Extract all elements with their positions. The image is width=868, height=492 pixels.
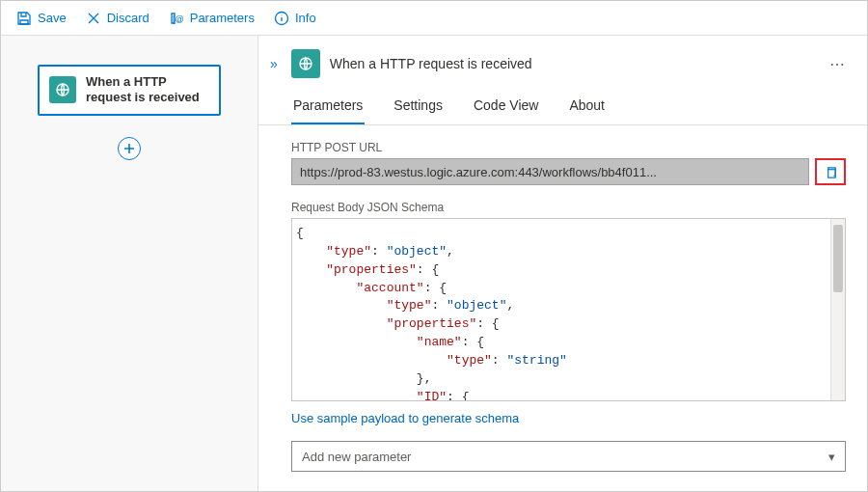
- save-icon: [16, 11, 32, 26]
- save-button[interactable]: Save: [9, 7, 74, 30]
- http-post-url-label: HTTP POST URL: [291, 141, 846, 154]
- details-title: When a HTTP request is received: [330, 56, 816, 71]
- tab-about[interactable]: About: [567, 97, 607, 124]
- schema-textarea[interactable]: { "type": "object", "properties": { "acc…: [291, 218, 846, 401]
- tab-code-view[interactable]: Code View: [472, 97, 540, 124]
- details-body: HTTP POST URL Request Body JSON Schema {…: [258, 125, 867, 491]
- trigger-card[interactable]: When a HTTP request is received: [38, 65, 221, 116]
- tabs: Parameters Settings Code View About: [258, 78, 867, 125]
- discard-button[interactable]: Discard: [78, 7, 157, 30]
- details-panel: » When a HTTP request is received ⋯ Para…: [258, 36, 867, 491]
- info-icon: [274, 11, 289, 26]
- scrollbar[interactable]: [830, 219, 845, 400]
- scrollbar-thumb[interactable]: [833, 225, 843, 292]
- parameters-label: Parameters: [190, 11, 255, 25]
- copy-url-button[interactable]: [815, 158, 846, 185]
- parameters-icon: [@]: [169, 11, 184, 26]
- http-post-url-input[interactable]: [291, 158, 809, 185]
- info-label: Info: [295, 11, 316, 25]
- details-header: » When a HTTP request is received ⋯: [258, 49, 867, 78]
- url-row: [291, 158, 846, 185]
- http-request-icon: [291, 49, 320, 78]
- parameters-button[interactable]: [@] Parameters: [161, 7, 262, 30]
- main-area: When a HTTP request is received » When a…: [1, 36, 867, 491]
- command-bar: Save Discard [@] Parameters Info: [1, 1, 867, 36]
- add-new-parameter-dropdown[interactable]: Add new parameter ▾: [291, 441, 846, 472]
- trigger-title: When a HTTP request is received: [86, 74, 209, 106]
- save-label: Save: [38, 11, 67, 25]
- app-frame: Save Discard [@] Parameters Info: [0, 0, 868, 492]
- more-menu-button[interactable]: ⋯: [826, 53, 850, 75]
- collapse-panel-button[interactable]: »: [266, 54, 282, 73]
- schema-label: Request Body JSON Schema: [291, 201, 846, 214]
- tab-settings[interactable]: Settings: [392, 97, 445, 124]
- chevron-down-icon: ▾: [828, 450, 835, 464]
- add-step-button[interactable]: [118, 137, 141, 160]
- tab-parameters[interactable]: Parameters: [291, 97, 365, 124]
- use-sample-payload-link[interactable]: Use sample payload to generate schema: [291, 411, 519, 425]
- http-request-icon: [49, 76, 76, 103]
- svg-text:[@]: [@]: [173, 14, 184, 24]
- designer-canvas: When a HTTP request is received: [1, 36, 258, 491]
- add-parameter-label: Add new parameter: [302, 450, 411, 464]
- discard-label: Discard: [107, 11, 149, 25]
- close-icon: [86, 11, 101, 26]
- info-button[interactable]: Info: [266, 7, 324, 30]
